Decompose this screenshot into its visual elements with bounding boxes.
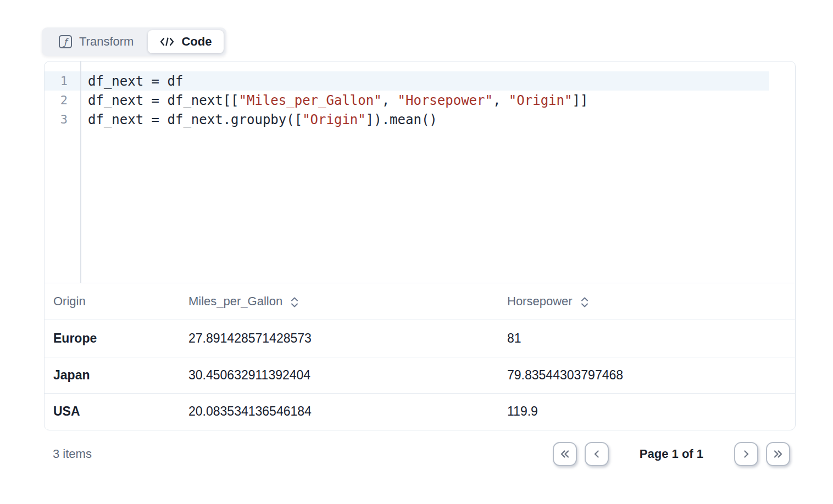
view-switcher: ƒ Transform Code [42, 27, 226, 56]
table-header-row: Origin Miles_per_Gallon Horsepower [45, 283, 795, 320]
app-root: ƒ Transform Code 1 df_next = df 2 [0, 0, 796, 475]
table-row-japan: Japan 30.450632911392404 79.835443037974… [45, 357, 795, 394]
line-number: 3 [45, 113, 80, 126]
tab-code-label: Code [181, 35, 212, 49]
chevron-left-icon [590, 447, 603, 461]
cell-origin: USA [45, 404, 180, 419]
result-table: Origin Miles_per_Gallon Horsepower [45, 283, 795, 430]
code-line-1[interactable]: 1 df_next = df [45, 71, 769, 91]
tab-transform[interactable]: ƒ Transform [45, 30, 148, 53]
code-text: df_next = df [80, 74, 183, 89]
cell-origin: Japan [45, 368, 180, 383]
gutter-divider [80, 61, 81, 283]
cell-horsepower: 119.9 [498, 404, 795, 419]
next-page-button[interactable] [734, 442, 758, 466]
cell-horsepower: 81 [498, 331, 795, 346]
tab-code[interactable]: Code [148, 30, 224, 53]
line-number: 2 [45, 93, 80, 107]
first-page-button[interactable] [553, 442, 577, 466]
code-text: df_next = df_next[["Miles_per_Gallon", "… [80, 93, 588, 108]
items-count: 3 items [44, 447, 92, 461]
last-page-button[interactable] [766, 442, 790, 466]
cell-miles-per-gallon: 30.450632911392404 [180, 368, 498, 383]
sort-chevrons-icon[interactable] [290, 296, 299, 308]
previous-page-button[interactable] [585, 442, 609, 466]
line-number: 1 [45, 74, 80, 88]
chevrons-right-icon [771, 447, 785, 461]
code-brackets-icon [160, 36, 174, 48]
chevrons-left-icon [558, 447, 571, 461]
function-icon: ƒ [59, 35, 72, 48]
code-editor[interactable]: 1 df_next = df 2 df_next = df_next[["Mil… [45, 61, 795, 283]
tab-transform-label: Transform [79, 35, 134, 49]
table-row-europe: Europe 27.891428571428573 81 [45, 320, 795, 357]
column-header-horsepower[interactable]: Horsepower [498, 294, 795, 309]
table-footer: 3 items Page 1 of 1 [44, 433, 796, 475]
cell-miles-per-gallon: 27.891428571428573 [180, 331, 498, 346]
pagination: Page 1 of 1 [553, 442, 790, 466]
code-line-2[interactable]: 2 df_next = df_next[["Miles_per_Gallon",… [45, 91, 769, 110]
column-header-miles-per-gallon[interactable]: Miles_per_Gallon [180, 294, 498, 309]
sort-chevrons-icon[interactable] [580, 296, 589, 308]
chevron-right-icon [740, 447, 753, 461]
column-header-label: Miles_per_Gallon [188, 294, 282, 309]
column-header-label: Horsepower [507, 294, 573, 309]
code-and-preview-panel: 1 df_next = df 2 df_next = df_next[["Mil… [44, 61, 796, 430]
cell-origin: Europe [45, 331, 180, 346]
column-header-origin: Origin [45, 294, 180, 309]
cell-horsepower: 79.83544303797468 [498, 368, 795, 383]
cell-miles-per-gallon: 20.083534136546184 [180, 404, 498, 419]
table-row-usa: USA 20.083534136546184 119.9 [45, 393, 795, 430]
page-indicator: Page 1 of 1 [640, 447, 703, 461]
code-line-3[interactable]: 3 df_next = df_next.groupby(["Origin"]).… [45, 110, 769, 129]
code-text: df_next = df_next.groupby(["Origin"]).me… [80, 112, 437, 127]
